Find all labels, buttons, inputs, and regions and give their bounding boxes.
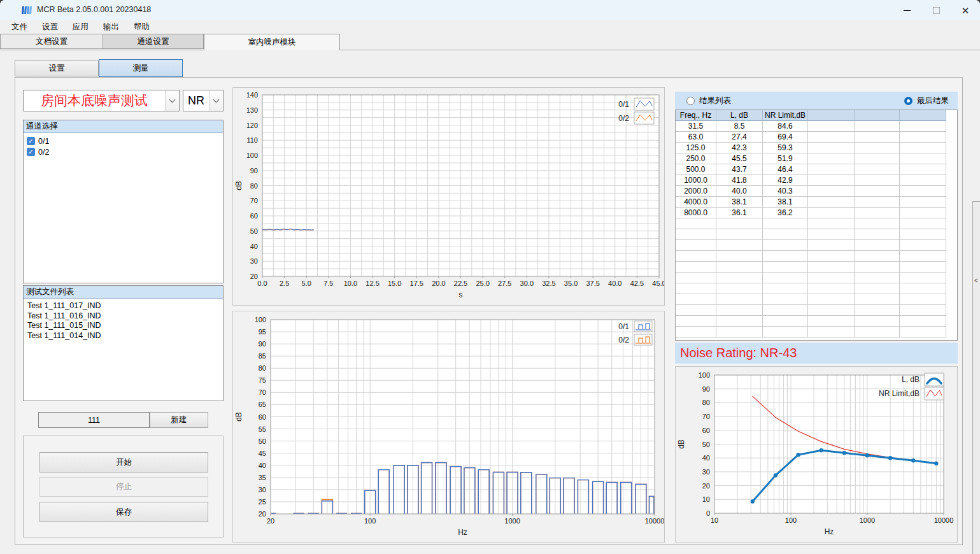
table-cell [808, 164, 855, 175]
file-prefix-input[interactable] [38, 412, 150, 428]
table-cell [900, 175, 946, 186]
svg-text:10000: 10000 [645, 517, 664, 525]
svg-text:30: 30 [250, 257, 258, 265]
table-cell: 41.8 [716, 175, 763, 186]
table-cell [855, 240, 900, 251]
test-file-item[interactable]: Test 1_111_017_IND [24, 301, 223, 311]
table-cell [763, 240, 808, 251]
menu-item-3[interactable]: 应用 [67, 20, 94, 34]
table-cell [676, 327, 716, 337]
svg-text:60: 60 [702, 427, 710, 434]
table-cell [676, 229, 716, 240]
menu-bar: 文件设置应用输出帮助 [0, 20, 980, 34]
svg-text:dB: dB [677, 439, 686, 449]
nr-chart-svg: 101001000100000102030405060708090100HzdB… [676, 367, 957, 542]
table-header-cell [808, 110, 855, 121]
rating-dropdown-arrow[interactable] [209, 90, 223, 111]
table-cell [676, 316, 716, 327]
svg-text:100: 100 [255, 316, 266, 323]
table-cell: 59.3 [763, 143, 808, 153]
result-table: Freq., HzL, dBNR Limit,dB31.58.584.663.0… [675, 110, 958, 341]
svg-text:65: 65 [259, 401, 266, 408]
checkbox-icon[interactable]: ✓ [27, 148, 35, 156]
result-mode-bar: 结果列表 最后结果 [675, 92, 958, 110]
svg-text:85: 85 [259, 352, 266, 360]
save-button[interactable]: 保存 [39, 502, 208, 522]
table-cell: 31.5 [676, 121, 716, 132]
menu-item-1[interactable]: 文件 [6, 20, 32, 34]
test-file-item[interactable]: Test 1_111_016_IND [24, 311, 223, 322]
test-type-dropdown-arrow[interactable] [165, 90, 179, 111]
close-button[interactable]: ✕ [951, 0, 980, 20]
svg-text:10000: 10000 [934, 516, 954, 524]
table-cell [900, 164, 946, 175]
main-tab-strip: 文档设置 通道设置 室内噪声模块 [0, 34, 980, 50]
collapse-panel-handle[interactable]: < [972, 201, 980, 554]
svg-text:5.0: 5.0 [302, 280, 311, 287]
svg-text:70: 70 [250, 197, 258, 204]
test-file-item[interactable]: Test 1_111_014_IND [24, 331, 223, 341]
tab-indoor-noise-module[interactable]: 室内噪声模块 [204, 34, 340, 50]
table-cell [716, 229, 763, 240]
svg-text:32.5: 32.5 [542, 280, 555, 287]
subtab-settings[interactable]: 设置 [15, 60, 99, 76]
new-button[interactable]: 新建 [150, 412, 208, 428]
svg-text:40: 40 [702, 454, 710, 462]
table-cell [763, 305, 808, 316]
stop-button[interactable]: 停止 [39, 477, 208, 497]
svg-text:1000: 1000 [860, 516, 875, 524]
table-cell [855, 132, 900, 143]
svg-text:90: 90 [250, 167, 258, 174]
svg-text:10: 10 [711, 516, 718, 524]
svg-text:42.5: 42.5 [630, 280, 644, 287]
table-cell: 42.9 [763, 175, 808, 186]
channel-item-0/2[interactable]: ✓0/2 [24, 146, 223, 157]
svg-text:37.5: 37.5 [586, 280, 599, 287]
table-cell: 4000.0 [676, 197, 716, 208]
svg-text:60: 60 [250, 212, 258, 220]
checkbox-icon[interactable]: ✓ [27, 137, 35, 145]
svg-text:100: 100 [246, 152, 258, 159]
radio-last-result[interactable] [904, 97, 913, 105]
svg-text:100: 100 [785, 516, 797, 524]
channel-list: ✓0/1✓0/2 [24, 133, 223, 157]
start-button[interactable]: 开始 [39, 452, 208, 472]
tab-channel-settings[interactable]: 通道设置 [103, 34, 204, 49]
table-cell [900, 305, 946, 316]
spectrum-bar-chart: 2010010001000020253035404550556065707580… [232, 311, 665, 543]
subtab-measure[interactable]: 测量 [99, 59, 183, 77]
svg-text:27.5: 27.5 [498, 280, 511, 287]
svg-text:22.5: 22.5 [454, 280, 467, 287]
rating-combobox[interactable]: NR [183, 90, 224, 111]
table-cell [855, 305, 900, 316]
svg-text:0.0: 0.0 [257, 280, 267, 287]
tab-document-settings[interactable]: 文档设置 [0, 34, 103, 49]
chevron-down-icon [169, 97, 176, 103]
menu-item-5[interactable]: 帮助 [129, 20, 155, 34]
test-type-value: 房间本底噪声测试 [24, 90, 165, 111]
table-cell [676, 273, 716, 283]
table-cell [855, 262, 900, 273]
svg-text:35: 35 [259, 474, 266, 481]
table-cell [763, 218, 808, 229]
maximize-button[interactable] [921, 0, 951, 20]
svg-text:80: 80 [702, 399, 710, 406]
maximize-icon [933, 7, 940, 14]
channel-item-0/1[interactable]: ✓0/1 [24, 136, 223, 146]
radio-result-list[interactable] [686, 97, 695, 105]
menu-item-4[interactable]: 输出 [98, 20, 124, 34]
svg-text:35.0: 35.0 [564, 280, 578, 287]
table-cell [808, 327, 855, 337]
test-type-combobox[interactable]: 房间本底噪声测试 [23, 90, 180, 111]
table-cell [900, 153, 946, 164]
svg-text:Hz: Hz [825, 527, 834, 536]
svg-text:dB: dB [234, 412, 243, 422]
table-cell [716, 251, 763, 262]
menu-item-2[interactable]: 设置 [37, 20, 63, 34]
minimize-button[interactable] [892, 0, 921, 20]
legend-label: 0/1 [618, 322, 629, 331]
test-file-item[interactable]: Test 1_111_015_IND [24, 321, 223, 331]
svg-text:dB: dB [234, 181, 243, 190]
table-cell: 38.1 [763, 197, 808, 208]
table-cell [900, 143, 946, 153]
